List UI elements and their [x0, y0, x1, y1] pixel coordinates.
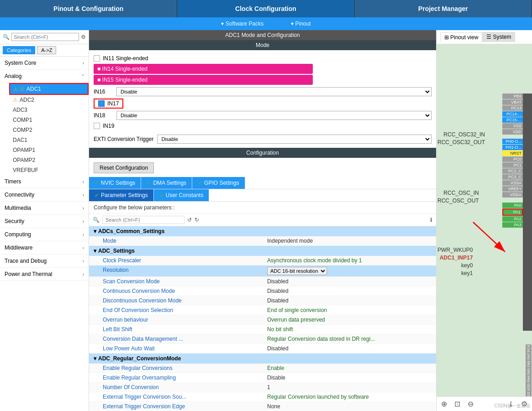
label-key0: key0 [437, 262, 473, 270]
param-name: End Of Conversion Selection [103, 307, 267, 313]
sidebar-tab-bar: Categories A->Z [0, 44, 89, 57]
sidebar-item-security[interactable]: Security › [0, 215, 89, 228]
zoom-in-icon[interactable]: ⊕ [441, 400, 447, 408]
sidebar-item-middleware[interactable]: Middleware › [0, 241, 89, 255]
in15-row[interactable]: ■ IN15 Single-ended [94, 75, 313, 85]
sidebar-subitem-dac1[interactable]: DAC1 [9, 135, 89, 145]
tab-dma[interactable]: ✔ DMA Settings [141, 177, 192, 189]
group-adc-settings-header[interactable]: ▾ ADC_Settings [89, 246, 436, 256]
resolution-select[interactable]: ADC 16-bit resolution [267, 267, 327, 275]
sidebar-item-multimedia[interactable]: Multimedia › [0, 202, 89, 215]
in16-select[interactable]: Disable [116, 87, 432, 96]
gpio-label: GPIO Settings [204, 180, 239, 186]
expand-icon[interactable]: ↻ [195, 217, 199, 223]
refresh-icon[interactable]: ↺ [187, 217, 192, 223]
sidebar-item-computing[interactable]: Computing › [0, 228, 89, 241]
sidebar-subitem-adc3[interactable]: ADC3 [9, 105, 89, 115]
tab-gpio[interactable]: ✔ GPIO Settings [192, 177, 245, 189]
software-packs-btn[interactable]: Software Packs [221, 21, 263, 27]
in16-row: IN16 Disable [94, 86, 432, 98]
tab-nvic[interactable]: ✔ NVIC Settings [89, 177, 141, 189]
tab-clock[interactable]: Clock Configuration [177, 0, 354, 17]
mode-header: Mode [89, 40, 436, 50]
label-key1: key1 [437, 270, 473, 277]
gear-icon[interactable]: ⚙ [81, 34, 86, 40]
param-search-input[interactable] [102, 216, 184, 224]
chip-body [523, 94, 532, 331]
collapse-icon: ▾ [94, 355, 96, 362]
watermark: CSDN@一盒葱花 [495, 403, 531, 409]
sidebar-item-timers[interactable]: Timers › [0, 175, 89, 188]
tab-pinout[interactable]: Pinout & Configuration [0, 0, 177, 17]
sidebar-subitem-comp1[interactable]: COMP1 [9, 115, 89, 125]
param-search-bar: 🔍 ↺ ↻ ℹ [89, 214, 436, 226]
param-name: Enable Regular Conversions [103, 365, 267, 371]
sidebar-subitem-comp2[interactable]: COMP2 [9, 125, 89, 135]
nvic-ok-icon: ✔ [95, 180, 99, 186]
chevron-right-icon: › [83, 245, 84, 250]
sidebar-item-power-thermal[interactable]: Power and Thermal › [0, 268, 89, 281]
pin-vref: VREF+ [502, 186, 523, 192]
tab-parameter-settings[interactable]: ✔ Parameter Settings [89, 189, 154, 201]
info-icon[interactable]: ℹ [430, 217, 432, 223]
param-name: Left Bit Shift [103, 326, 267, 333]
param-value: 1 [267, 384, 432, 390]
pinout-view-tab[interactable]: ⊞ Pinout view [440, 32, 482, 42]
group-adc-regular-header[interactable]: ▾ ADC_Regular_ConversionMode [89, 354, 436, 364]
group-adcs-common: ▾ ADCs_Common_Settings Mode Independent … [89, 226, 436, 246]
in18-select[interactable]: Disable [116, 111, 432, 120]
sidebar-item-analog[interactable]: Analog ˅ [0, 70, 89, 83]
param-value: No bit shift [267, 326, 432, 333]
sidebar-item-system-core[interactable]: System Core › [0, 57, 89, 70]
in19-checkbox[interactable] [94, 123, 100, 129]
sidebar-item-label: Timers [5, 178, 21, 185]
tab-project[interactable]: Project Manager [355, 0, 532, 17]
param-name: External Trigger Conversion Sou... [103, 394, 267, 400]
in11-checkbox[interactable] [94, 55, 100, 62]
config-tabs-row1: ✔ NVIC Settings ✔ DMA Settings ✔ GPIO Se… [89, 177, 436, 189]
sidebar-subitem-vrefbuf[interactable]: VREFBUF [9, 165, 89, 175]
in17-checkbox[interactable] [98, 100, 105, 107]
label-rcc-osc-in: RCC_OSC_IN [437, 189, 479, 197]
in11-label: IN11 Single-ended [103, 55, 148, 62]
tab-categories[interactable]: Categories [3, 46, 35, 54]
pin-pa4: PA4 [526, 375, 532, 383]
sidebar-subitem-opamp2[interactable]: OPAMP2 [9, 155, 89, 165]
system-tab[interactable]: ☰ System [482, 32, 515, 42]
in17-row: IN17 [94, 99, 123, 109]
dma-ok-icon: ✔ [147, 180, 151, 186]
param-name: Low Power Auto Wait [103, 345, 267, 352]
sidebar-search-input[interactable] [11, 33, 79, 41]
param-name: Conversion Data Management ... [103, 336, 267, 342]
reset-config-button[interactable]: Reset Configuration [94, 162, 154, 173]
sidebar-item-trace-debug[interactable]: Trace and Debug › [0, 255, 89, 268]
sidebar-item-label: Multimedia [5, 205, 31, 211]
chevron-right-icon: › [83, 61, 84, 66]
system-icon: ☰ [486, 34, 491, 40]
param-value: Disabled [267, 297, 432, 304]
tab-az[interactable]: A->Z [37, 46, 56, 54]
fit-view-icon[interactable]: ⊡ [454, 400, 460, 408]
in19-label: IN19 [103, 123, 114, 129]
sidebar-item-connectivity[interactable]: Connectivity › [0, 188, 89, 202]
userconst-label: User Constants [166, 192, 204, 198]
zoom-out-icon[interactable]: ⊖ [468, 400, 474, 408]
tree-item-scan-mode: Scan Conversion Mode Disabled [89, 277, 436, 286]
tab-user-constants[interactable]: ✔ User Constants [154, 189, 210, 201]
config-header: Configuration [89, 148, 436, 158]
sidebar-subitem-adc1[interactable]: ⚠ ADC1 [9, 83, 89, 95]
sidebar-subitem-opamp1[interactable]: OPAMP1 [9, 145, 89, 155]
sidebar-subitem-adc2[interactable]: ⚠ADC2 [9, 95, 89, 105]
tree-item-left-shift: Left Bit Shift No bit shift [89, 325, 436, 334]
group-adcs-common-header[interactable]: ▾ ADCs_Common_Settings [89, 226, 436, 236]
param-name: Number Of Conversion [103, 384, 267, 390]
pin-spacer2 [502, 198, 523, 203]
param-name: Enable Regular Oversampling [103, 375, 267, 381]
exti-select[interactable]: Disable [157, 135, 432, 144]
param-name: Continuous Conversion Mode [103, 288, 267, 294]
in14-row[interactable]: ■ IN14 Single-ended [94, 64, 313, 74]
param-value: Disabled [267, 345, 432, 352]
param-value[interactable]: ADC 16-bit resolution [267, 267, 432, 275]
pin-vssa: VSSA [502, 180, 523, 186]
pinout-btn[interactable]: Pinout [291, 21, 311, 27]
